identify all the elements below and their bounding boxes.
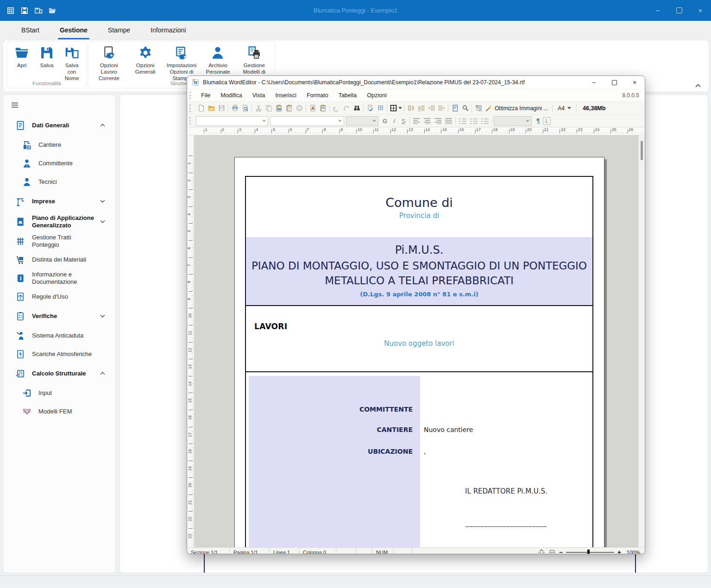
document-lines-button[interactable] [450,104,460,113]
numbered-list-button[interactable] [470,118,478,124]
document-page[interactable]: Comune di Provincia di Pi.M.U.S. PIANO D… [234,157,604,547]
menu-tabella[interactable]: Tabella [333,92,362,99]
editor-close-button[interactable]: × [624,76,645,89]
fit-page-icon[interactable] [538,549,545,554]
maximize-button[interactable] [668,0,690,21]
sidebar-item-dati-generali[interactable]: Dati Generali [3,115,115,136]
ribbon-button-opzioni-lavoro-corrente[interactable]: Opzioni Lavoro Corrente [92,44,126,81]
tab-stampe[interactable]: Stampe [98,21,140,39]
menu-modifica[interactable]: Modifica [215,92,247,99]
paragraph-style-combo[interactable] [196,116,268,126]
sidebar-item-distinta-dei-materiali[interactable]: Distinta dei Materiali [3,250,115,269]
menu-inserisci[interactable]: Inserisci [270,92,302,99]
ribbon-button-salva[interactable]: Salva [36,44,58,81]
open-folder-icon[interactable] [48,6,57,15]
zoom-out-button[interactable]: − [559,549,563,554]
cut-button[interactable] [253,104,264,113]
save-as-icon[interactable] [34,6,43,15]
align-left-button[interactable] [413,118,420,124]
zoom-combo[interactable] [494,116,532,126]
sidebar-menu-button[interactable] [9,100,21,111]
zoom-slider[interactable] [566,552,614,553]
spellcheck-button[interactable] [365,104,375,113]
open-button[interactable] [206,104,216,113]
paste-special-button[interactable] [318,104,328,113]
sidebar-item-verifiche[interactable]: Verifiche [3,306,115,326]
sidebar-item-tecnici[interactable]: Tecnici [3,173,115,191]
zoom-slider-thumb[interactable] [587,550,590,554]
tab-gestione[interactable]: Gestione [50,21,98,39]
fit-width-icon[interactable] [548,549,556,554]
sidebar-item-piano-di-applicazione-generalizzato[interactable]: Piano di Applicazione Generalizzato [3,212,115,232]
print-button[interactable] [230,104,240,113]
sidebar-item-sistema-anticaduta[interactable]: Sistema Anticaduta [3,326,115,345]
sidebar-item-committente[interactable]: Committente [3,154,115,173]
sidebar-item-input[interactable]: Input [3,384,115,402]
menu-opzioni[interactable]: Opzioni [362,92,391,99]
align-right-button[interactable] [434,118,441,124]
save-icon[interactable] [20,6,29,15]
sidebar-item-calcolo-strutturale[interactable]: Calcolo Strutturale [3,363,115,384]
show-paragraph-marks-button[interactable]: ¶ [534,116,543,125]
minimize-button[interactable]: − [647,0,668,21]
sidebar-item-modelli-fem[interactable]: Modelli FEM [3,402,115,421]
wand-button[interactable] [484,104,494,113]
wordeditor-titlebar[interactable]: W Blumatica WordEditor - C:\Users\Docume… [187,76,645,89]
sidebar-item-imprese[interactable]: Imprese [3,191,115,212]
find-text-button[interactable]: A [308,104,318,113]
zoom-document-button[interactable] [460,104,470,113]
tab-bstart[interactable]: BStart [11,21,50,39]
sidebar-item-gestione-tratti-ponteggio[interactable]: Gestione Tratti Ponteggio [3,232,115,250]
tree-view-button[interactable] [473,104,484,113]
borders-button[interactable] [389,104,403,113]
toolbar-grip[interactable] [189,105,193,112]
copy-button[interactable] [264,104,274,113]
zoom-in-button[interactable]: + [617,549,621,554]
menu-vista[interactable]: Vista [247,92,271,99]
ribbon-button-apri[interactable]: Apri [11,44,33,81]
sidebar-item-scariche-atmosferiche[interactable]: Scariche Atmosferiche [3,345,115,363]
table-columns-button[interactable] [375,104,385,113]
find-button[interactable] [352,104,362,113]
paper-size-select[interactable]: A4 [554,105,575,112]
indent-button[interactable] [416,104,426,113]
menubar-grip[interactable] [189,92,193,99]
move-right-button[interactable] [436,104,447,113]
italic-button[interactable]: I [390,116,399,125]
bold-button[interactable]: G [380,116,390,125]
close-button[interactable]: × [690,0,711,21]
sidebar-item-informazione-e-documentazione[interactable]: iInformazione e Documentazione [3,269,115,288]
editor-minimize-button[interactable]: − [584,76,604,89]
vertical-scrollbar[interactable] [638,135,645,547]
print-preview-button[interactable] [240,104,250,113]
font-size-combo[interactable] [346,116,378,126]
redo-button[interactable] [341,104,352,113]
app-logo-icon[interactable] [6,6,15,15]
optimize-images-button[interactable]: Ottimizza Immagini ... [495,105,548,112]
bullet-list-button[interactable] [459,118,466,124]
ribbon-button-opzioni-generali[interactable]: Opzioni Generali [128,44,162,81]
save-button[interactable] [216,104,227,113]
underline-button[interactable]: S [399,116,408,125]
paste-button[interactable] [284,104,294,113]
ribbon-button-salva-con-nome[interactable]: Salva con Nome [61,44,83,81]
sidebar-item-cantiere[interactable]: Cantiere [3,136,115,154]
remove-button[interactable] [294,104,304,113]
tab-informazioni[interactable]: Informazioni [140,21,196,39]
menu-formato[interactable]: Formato [302,92,333,99]
menu-file[interactable]: File [196,92,215,99]
sidebar-item-regole-d-uso[interactable]: Regole d'Uso [3,288,115,306]
scrollbar-thumb[interactable] [641,141,643,160]
collapse-ribbon-button[interactable] [692,81,704,90]
align-center-button[interactable] [424,118,431,124]
align-justify-button[interactable] [445,118,452,124]
toolbar-grip-2[interactable] [189,117,193,125]
editor-maximize-button[interactable] [604,76,624,89]
undo-button[interactable] [331,104,341,113]
paste-word-button[interactable]: W [274,104,284,113]
outdent-button[interactable] [406,104,416,113]
new-document-button[interactable] [196,104,206,113]
field-codes-button[interactable]: L [543,117,551,125]
font-family-combo[interactable] [270,116,344,126]
move-left-button[interactable] [426,104,436,113]
